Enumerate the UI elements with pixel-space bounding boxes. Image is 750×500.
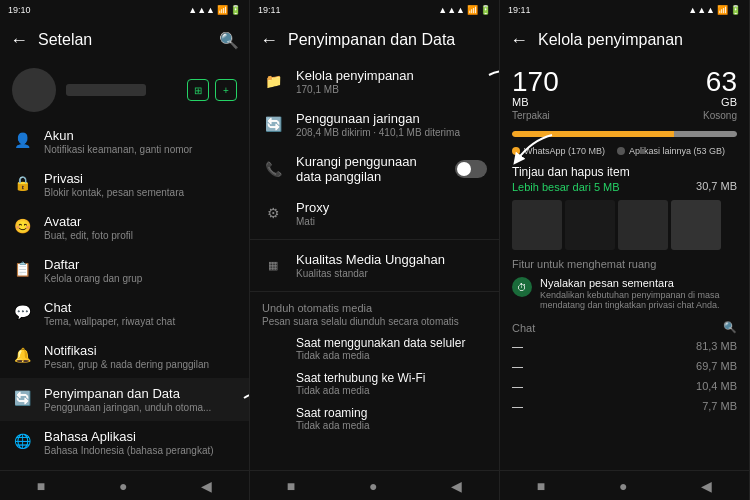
chat-row-3[interactable]: — 10,4 MB — [500, 376, 749, 396]
kurangi-icon: 📞 — [262, 158, 284, 180]
status-bar-3: 19:11 ▲▲▲ 📶 🔋 — [500, 0, 749, 20]
storage-progress-bar — [512, 131, 737, 137]
folder-icon: 📁 — [262, 70, 284, 92]
nav-triangle-2[interactable]: ◀ — [451, 478, 462, 494]
top-bar-1: ← Setelan 🔍 — [0, 20, 249, 60]
arrow-annotation-2 — [489, 65, 500, 95]
nav-circle-3[interactable]: ● — [619, 478, 627, 494]
privasi-icon: 🔒 — [12, 173, 32, 193]
nav-square-1[interactable]: ■ — [37, 478, 45, 494]
bahasa-sub: Bahasa Indonesia (bahasa perangkat) — [44, 445, 237, 456]
chat-row-1[interactable]: — 81,3 MB — [500, 336, 749, 356]
search-icon-3[interactable]: 🔍 — [723, 321, 737, 334]
storage-header: 170 MB Terpakai 63 GB Kosong — [500, 60, 749, 129]
storage-free-block: 63 GB Kosong — [703, 68, 737, 121]
feature-icon: ⏱ — [512, 277, 532, 297]
menu-item-avatar[interactable]: 😊 Avatar Buat, edit, foto profil — [0, 206, 249, 249]
media-roaming-label: Saat roaming — [296, 406, 487, 420]
nav-square-3[interactable]: ■ — [537, 478, 545, 494]
menu-item-daftar[interactable]: 📋 Daftar Kelola orang dan grup — [0, 249, 249, 292]
nav-circle-2[interactable]: ● — [369, 478, 377, 494]
proxy-sub: Mati — [296, 216, 487, 227]
page-title-1: Setelan — [38, 31, 211, 49]
penyimpanan-sub: Penggunaan jaringan, unduh otoma... — [44, 402, 237, 413]
daftar-label: Daftar — [44, 257, 237, 272]
search-icon-1[interactable]: 🔍 — [219, 31, 239, 50]
privasi-label: Privasi — [44, 171, 237, 186]
nav-triangle-3[interactable]: ◀ — [701, 478, 712, 494]
media-seluler-val: Tidak ada media — [296, 350, 487, 361]
status-bar-1: 19:10 ▲▲▲ 📶 🔋 — [0, 0, 249, 20]
jaringan-label: Penggunaan jaringan — [296, 111, 487, 126]
menu-item-penyimpanan[interactable]: 🔄 Penyimpanan dan Data Penggunaan jaring… — [0, 378, 249, 421]
legend-dot-whatsapp — [512, 147, 520, 155]
kelola-penyimpanan-item[interactable]: 📁 Kelola penyimpanan 170,1 MB — [250, 60, 499, 103]
feature-section: Fitur untuk menghemat ruang ⏱ Nyalakan p… — [500, 254, 749, 317]
divider-1 — [250, 239, 499, 240]
toggle-knob — [457, 162, 471, 176]
feature-desc: Kendalikan kebutuhan penyimpanan di masa… — [540, 290, 737, 310]
nav-square-2[interactable]: ■ — [287, 478, 295, 494]
media-quality-icon: ▦ — [262, 254, 284, 276]
review-sub[interactable]: Lebih besar dari 5 MB — [512, 181, 620, 193]
media-wifi-val: Tidak ada media — [296, 385, 487, 396]
nav-triangle-1[interactable]: ◀ — [201, 478, 212, 494]
storage-used-label: Terpakai — [512, 110, 559, 121]
back-button-3[interactable]: ← — [510, 30, 528, 51]
legend-label-whatsapp: WhatsApp (170 MB) — [524, 146, 605, 156]
media-quality-sub: Kualitas standar — [296, 268, 487, 279]
nav-bar-1: ■ ● ◀ — [0, 470, 249, 500]
notifikasi-icon: 🔔 — [12, 345, 32, 365]
menu-item-chat[interactable]: 💬 Chat Tema, wallpaper, riwayat chat — [0, 292, 249, 335]
media-wifi-label: Saat terhubung ke Wi-Fi — [296, 371, 487, 385]
back-button-1[interactable]: ← — [10, 30, 28, 51]
chat-row-4[interactable]: — 7,7 MB — [500, 396, 749, 416]
media-seluler[interactable]: Saat menggunakan data seluler Tidak ada … — [250, 331, 499, 366]
chat-size-4: 7,7 MB — [702, 400, 737, 412]
proxy-item[interactable]: ⚙ Proxy Mati — [250, 192, 499, 235]
nav-circle-1[interactable]: ● — [119, 478, 127, 494]
feature-item[interactable]: ⏱ Nyalakan pesan sementara Kendalikan ke… — [512, 274, 737, 313]
nav-bar-2: ■ ● ◀ — [250, 470, 499, 500]
battery-icon-3: 🔋 — [730, 5, 741, 15]
profile-section[interactable]: ⊞ + — [0, 60, 249, 120]
chat-name-4: — — [512, 400, 523, 412]
nav-bar-3: ■ ● ◀ — [500, 470, 749, 500]
avatar-label: Avatar — [44, 214, 237, 229]
media-roaming[interactable]: Saat roaming Tidak ada media — [250, 401, 499, 436]
battery-icon-2: 🔋 — [480, 5, 491, 15]
network-icon: 🔄 — [262, 113, 284, 135]
media-wifi[interactable]: Saat terhubung ke Wi-Fi Tidak ada media — [250, 366, 499, 401]
akun-label: Akun — [44, 128, 237, 143]
menu-item-notifikasi[interactable]: 🔔 Notifikasi Pesan, grup & nada dering p… — [0, 335, 249, 378]
time-1: 19:10 — [8, 5, 31, 15]
media-roaming-val: Tidak ada media — [296, 420, 487, 431]
kurangi-toggle[interactable] — [455, 160, 487, 178]
chat-section-label-text: Chat — [512, 322, 535, 334]
chat-name-1: — — [512, 340, 523, 352]
notifikasi-sub: Pesan, grup & nada dering panggilan — [44, 359, 237, 370]
add-icon[interactable]: + — [215, 79, 237, 101]
menu-item-akun[interactable]: 👤 Akun Notifikasi keamanan, ganti nomor — [0, 120, 249, 163]
menu-item-bahasa[interactable]: 🌐 Bahasa Aplikasi Bahasa Indonesia (baha… — [0, 421, 249, 464]
thumb-3 — [618, 200, 668, 250]
back-button-2[interactable]: ← — [260, 30, 278, 51]
auto-download-desc: Pesan suara selalu diunduh secara otomat… — [250, 316, 499, 331]
media-quality-item[interactable]: ▦ Kualitas Media Unggahan Kualitas stand… — [250, 244, 499, 287]
qr-icon[interactable]: ⊞ — [187, 79, 209, 101]
storage-legend: WhatsApp (170 MB) Aplikasi lainnya (53 G… — [500, 143, 749, 159]
storage-fill — [512, 131, 737, 137]
time-2: 19:11 — [258, 5, 281, 15]
top-bar-3: ← Kelola penyimpanan — [500, 20, 749, 60]
jaringan-item[interactable]: 🔄 Penggunaan jaringan 208,4 MB dikirim ·… — [250, 103, 499, 146]
kelola-label: Kelola penyimpanan — [296, 68, 487, 83]
review-title: Tinjau dan hapus item — [512, 165, 737, 179]
menu-item-privasi[interactable]: 🔒 Privasi Blokir kontak, pesan sementara — [0, 163, 249, 206]
chat-row-2[interactable]: — 69,7 MB — [500, 356, 749, 376]
time-3: 19:11 — [508, 5, 531, 15]
penyimpanan-icon: 🔄 — [12, 388, 32, 408]
signal-icon-3: ▲▲▲ — [688, 5, 715, 15]
bahasa-icon: 🌐 — [12, 431, 32, 451]
chat-name-3: — — [512, 380, 523, 392]
kurangi-label: Kurangi penggunaan data panggilan — [296, 154, 443, 184]
